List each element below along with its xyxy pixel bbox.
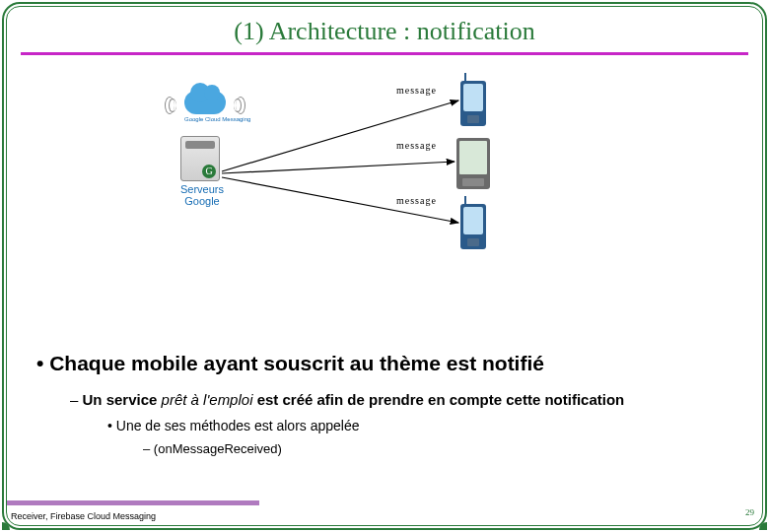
message-label-3: message <box>396 195 437 206</box>
svg-line-0 <box>222 100 458 171</box>
pda-icon <box>456 138 490 189</box>
page-number: 29 <box>745 507 754 517</box>
bullet-level-3: Une de ses méthodes est alors appelée <box>107 418 742 433</box>
bullet-level-4: (onMessageReceived) <box>143 441 742 456</box>
message-label-2: message <box>396 140 437 151</box>
footer-note: Receiver, Firebase Cloud Messaging <box>11 511 156 521</box>
bullet-level-2: Un service prêt à l'emploi est créé afin… <box>70 391 742 408</box>
message-arrows <box>46 73 723 270</box>
slide-inner-frame: (1) Architecture : notification Google C… <box>6 6 763 526</box>
svg-line-1 <box>222 162 454 173</box>
message-label-1: message <box>396 85 437 96</box>
slide-title: (1) Architecture : notification <box>7 17 762 46</box>
title-underline <box>21 52 748 55</box>
bullet-level-1: Chaque mobile ayant souscrit au thème es… <box>36 352 742 375</box>
footer-accent-bar <box>7 500 259 505</box>
bullet-list: Chaque mobile ayant souscrit au thème es… <box>36 352 742 456</box>
phone-icon <box>460 81 486 126</box>
phone-icon <box>460 204 486 249</box>
architecture-diagram: Google Cloud Messaging Serveurs Google m… <box>46 73 723 270</box>
